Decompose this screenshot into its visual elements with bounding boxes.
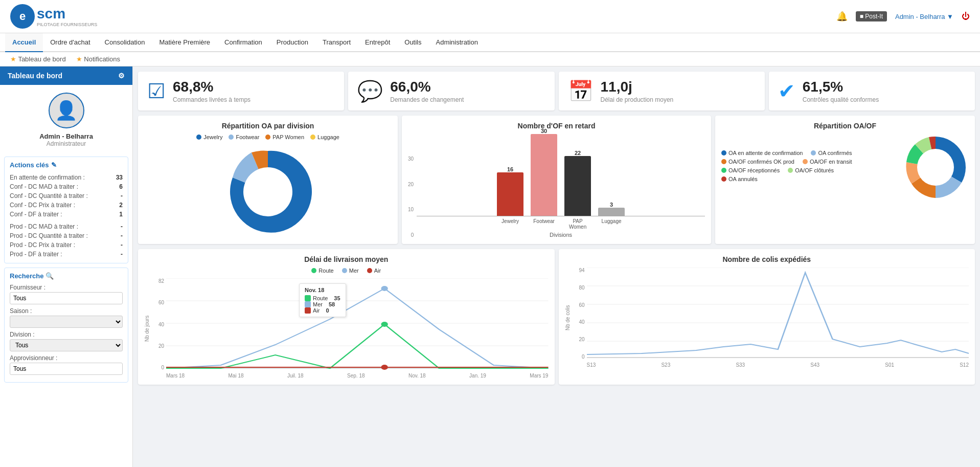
- bar-jewelry-rect: [497, 172, 523, 216]
- fournisseur-input[interactable]: [10, 292, 123, 304]
- action-row-2: Conf - DC MAD à traiter :6: [10, 182, 123, 191]
- search-section: Recherche 🔍 Fournisseur : Saison : Divis…: [4, 268, 128, 383]
- bar-pap: 22: [564, 150, 591, 216]
- legend-jewelry: Jewelry: [196, 134, 222, 140]
- bar-pap-rect: [564, 156, 591, 216]
- chart-delai-title: Délai de livraison moyen: [144, 255, 549, 263]
- oa-legend: Jewelry Footwear PAP Women Luggage: [144, 134, 392, 142]
- content-area: Tableau de bord ⚙ 👤 Admin - Belharra Adm…: [0, 66, 980, 467]
- logo: e scm PILOTAGE FOURNISSEURS: [10, 4, 97, 29]
- avatar: 👤: [49, 93, 84, 128]
- logo-text: scm: [37, 6, 65, 21]
- saison-field: Saison :: [10, 307, 123, 328]
- delai-y-label: Nb de jours: [144, 278, 150, 379]
- charts-row-2: Délai de livraison moyen Route Mer Air N…: [138, 249, 975, 385]
- kpi-value-2: 66,0%: [390, 79, 464, 95]
- chart-oaof-title: Répartition OA/OF: [721, 122, 969, 130]
- user-name: Admin - Belharra: [5, 132, 127, 140]
- chart-colis-title: Nombre de colis expédiés: [565, 255, 969, 263]
- oaof-legend: OA en attente de confirmation OA confirm…: [721, 150, 852, 185]
- user-role: Administrateur: [5, 140, 127, 147]
- kpi-calendar-icon: 📅: [568, 79, 594, 103]
- delai-svg: [166, 278, 549, 370]
- tooltip-air: Air 0: [305, 307, 340, 314]
- oa-donut-svg: [222, 146, 314, 238]
- bar-luggage: 3: [598, 202, 625, 216]
- delai-x-labels: Mars 18 Mai 18 Juil. 18 Sep. 18 Nov. 18 …: [166, 373, 549, 379]
- postit-button[interactable]: ■ Post-It: [856, 11, 887, 21]
- sidebar-profile: 👤 Admin - Belharra Administrateur: [0, 85, 132, 152]
- tooltip-route: Route 35: [305, 295, 340, 301]
- nav-consolidation[interactable]: Consolidation: [98, 33, 152, 52]
- approvisionneur-input[interactable]: [10, 363, 123, 375]
- division-select[interactable]: Tous: [10, 339, 123, 351]
- colis-chart-area: Nb de colis 0 20 40 60 80 94: [565, 268, 969, 368]
- breadcrumb-notifications[interactable]: Notifications: [76, 55, 120, 63]
- admin-menu[interactable]: Admin - Belharra ▼: [895, 13, 953, 20]
- chart-oa-division: Répartition OA par division Jewelry Foot…: [138, 116, 398, 244]
- actions-section: Actions clés ✎ En attente de confirmatio…: [4, 157, 128, 263]
- nav-entrepot[interactable]: Entrepôt: [358, 33, 397, 52]
- bar-jewelry: 16: [497, 166, 523, 216]
- kpi-label-3: Délai de production moyen: [601, 96, 674, 103]
- legend-luggage: Luggage: [310, 134, 339, 140]
- edit-icon: ✎: [51, 161, 57, 169]
- kpi-check-icon-2: ✔: [778, 79, 795, 103]
- tooltip-month: Nov. 18: [305, 287, 340, 293]
- notification-bell[interactable]: 🔔: [836, 11, 848, 22]
- kpi-chat-icon: 💬: [357, 79, 383, 103]
- svg-point-8: [381, 322, 388, 327]
- approvisionneur-field: Approvisionneur :: [10, 354, 123, 375]
- sidebar-title-text: Tableau de bord: [8, 72, 62, 80]
- fournisseur-field: Fournisseur :: [10, 284, 123, 304]
- chart-oa-title: Répartition OA par division: [144, 122, 392, 130]
- delai-legend: Route Mer Air: [144, 268, 549, 275]
- chart-oaof: Répartition OA/OF OA en attente de confi…: [715, 116, 975, 244]
- action-row-1: En attente de confirmation :33: [10, 173, 123, 182]
- x-axis-label: Divisions: [417, 232, 705, 238]
- power-button[interactable]: ⏻: [962, 12, 970, 21]
- x-axis-line: [417, 216, 705, 216]
- chart-delai: Délai de livraison moyen Route Mer Air N…: [138, 249, 555, 385]
- chart-of-retard: Nombre d'OF en retard 0 10 20 30 16: [402, 116, 711, 244]
- oaof-content: OA en attente de confirmation OA confirm…: [721, 134, 969, 201]
- saison-select[interactable]: [10, 316, 123, 328]
- delai-y-ticks: 0 20 40 60 82: [152, 278, 164, 370]
- kpi-commandes: ☑ 68,8% Commandes livrées à temps: [138, 72, 344, 110]
- colis-svg: [587, 268, 969, 360]
- breadcrumb-tableau[interactable]: Tableau de bord: [10, 55, 66, 63]
- division-field: Division : Tous: [10, 331, 123, 351]
- logo-icon: e: [10, 4, 35, 29]
- action-row-6: Prod - DC MAD à traiter :-: [10, 222, 123, 231]
- nav-confirmation[interactable]: Confirmation: [217, 33, 269, 52]
- colis-svg-container: S13 S23 S33 S43 S01 S12: [587, 268, 969, 368]
- nav-outils[interactable]: Outils: [397, 33, 428, 52]
- kpi-value-1: 68,8%: [173, 79, 250, 95]
- delai-chart-area: Nb de jours 0 20 40 60 82: [144, 278, 549, 379]
- colis-y-label: Nb de colis: [565, 268, 571, 368]
- nav-ordre-achat[interactable]: Ordre d'achat: [43, 33, 97, 52]
- sidebar-gear-icon[interactable]: ⚙: [118, 72, 125, 80]
- dashboard: ☑ 68,8% Commandes livrées à temps 💬 66,0…: [133, 66, 980, 467]
- legend-pap-women: PAP Women: [265, 134, 304, 140]
- action-row-8: Prod - DC Prix à traiter :-: [10, 240, 123, 250]
- action-row-4: Conf - DC Prix à traiter :2: [10, 201, 123, 210]
- kpi-delai: 📅 11,0j Délai de production moyen: [559, 72, 765, 110]
- kpi-check-icon-1: ☑: [147, 79, 166, 103]
- breadcrumb: Tableau de bord Notifications: [0, 52, 980, 66]
- x-labels: Jewelry Footwear PAP Women Luggage: [417, 218, 705, 230]
- nav-matiere-premiere[interactable]: Matière Première: [152, 33, 217, 52]
- kpi-value-3: 11,0j: [601, 79, 674, 95]
- nav-accueil[interactable]: Accueil: [5, 33, 43, 52]
- nav-transport[interactable]: Transport: [315, 33, 358, 52]
- header-right: 🔔 ■ Post-It Admin - Belharra ▼ ⏻: [836, 11, 970, 22]
- bar-footwear-rect: [531, 134, 557, 216]
- bars-wrapper: 16 30 22: [417, 134, 705, 238]
- search-icon: 🔍: [45, 272, 54, 280]
- kpi-demandes: 💬 66,0% Demandes de changement: [348, 72, 554, 110]
- nav-production[interactable]: Production: [269, 33, 315, 52]
- nav-administration[interactable]: Administration: [429, 33, 485, 52]
- action-row-5: Conf - DF à traiter :1: [10, 210, 123, 219]
- charts-row-1: Répartition OA par division Jewelry Foot…: [138, 116, 975, 244]
- bar-chart-area: 0 10 20 30 16: [408, 134, 705, 238]
